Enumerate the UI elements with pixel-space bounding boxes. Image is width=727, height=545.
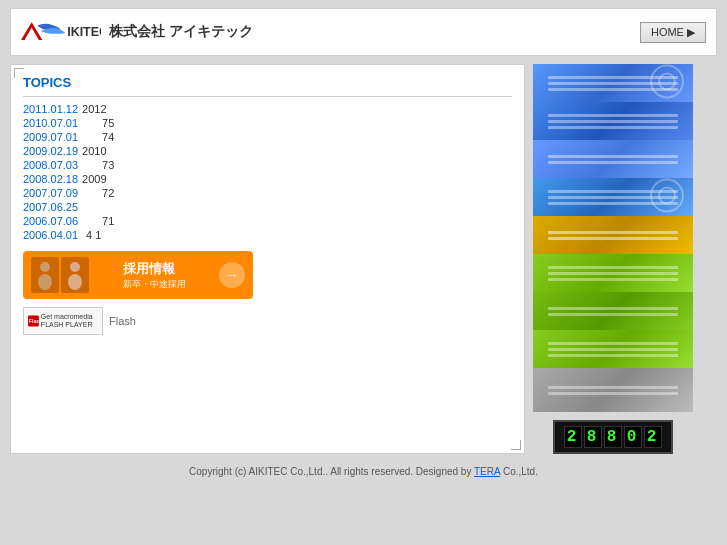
list-item: 2007.06.25 (23, 201, 512, 213)
recruit-arrow-icon: → (219, 262, 245, 288)
nav-line (548, 272, 678, 275)
topics-title: TOPICS (23, 75, 512, 97)
flash-badge-text: Get macromedia FLASH PLAYER (41, 313, 98, 330)
topic-num: 75 (102, 117, 114, 129)
list-item: 2008.02.18 2009 (23, 173, 512, 185)
topic-link[interactable]: 2008.02.18 (23, 173, 78, 185)
flash-badge[interactable]: Flash Get macromedia FLASH PLAYER (23, 307, 103, 335)
flash-logo-icon: Flash (28, 311, 39, 331)
counter-digit-2: 8 (584, 426, 602, 448)
nav-line (548, 231, 678, 234)
counter-digit-5: 2 (644, 426, 662, 448)
topic-link[interactable]: 2009.02.19 (23, 145, 78, 157)
nav-lines-green1 (548, 259, 678, 287)
recruit-photos (31, 257, 89, 293)
topic-link[interactable]: 2006.07.06 (23, 215, 78, 227)
svg-text:Flash: Flash (29, 319, 39, 324)
company-name-text: 株式会社 アイキテック (109, 23, 253, 41)
nav-line (548, 237, 678, 240)
svg-text:IKITEC: IKITEC (67, 25, 101, 39)
topic-num: 4 1 (86, 229, 101, 241)
nav-line (548, 278, 678, 281)
topic-link[interactable]: 2008.07.03 (23, 159, 78, 171)
nav-line (548, 348, 678, 351)
topic-link[interactable]: 2009.07.01 (23, 131, 78, 143)
nav-block-green-2[interactable] (533, 292, 693, 330)
footer-suffix: Co.,Ltd. (500, 466, 538, 477)
nav-line (548, 313, 678, 316)
topic-num: 71 (102, 215, 114, 227)
list-item: 2008.07.03 73 (23, 159, 512, 171)
recruit-banner[interactable]: 採用情報 新卒・中途採用 → (23, 251, 253, 299)
topics-list: 2011.01.12 2012 2010.07.01 75 2009.07.01… (23, 103, 512, 241)
svg-point-6 (68, 274, 82, 290)
topic-link[interactable]: 2006.04.01 (23, 229, 78, 241)
nav-line (548, 126, 678, 129)
topic-link[interactable]: 2010.07.01 (23, 117, 78, 129)
corner-decoration-tl (14, 68, 24, 78)
left-panel: TOPICS 2011.01.12 2012 2010.07.01 75 200… (10, 64, 525, 454)
topic-link[interactable]: 2007.06.25 (23, 201, 78, 213)
nav-block-yellow[interactable] (533, 216, 693, 254)
list-item: 2009.02.19 2010 (23, 145, 512, 157)
counter-digit-3: 8 (604, 426, 622, 448)
nav-lines-yellow (548, 221, 678, 249)
logo-area: IKITEC 株式会社 アイキテック (21, 17, 253, 47)
tera-link[interactable]: TERA (474, 466, 500, 477)
nav-line (548, 392, 678, 395)
nav-block-gray[interactable] (533, 368, 693, 412)
page-counter: 2 8 8 0 2 (553, 420, 673, 454)
footer: Copyright (c) AIKITEC Co.,Ltd.. All righ… (0, 466, 727, 477)
svg-point-3 (40, 262, 50, 272)
nav-block-4[interactable] (533, 178, 693, 216)
main-area: TOPICS 2011.01.12 2012 2010.07.01 75 200… (10, 64, 717, 454)
topic-link[interactable]: 2011.01.12 (23, 103, 78, 115)
counter-digit-4: 0 (624, 426, 642, 448)
company-logo: IKITEC (21, 17, 101, 47)
nav-lines-green2 (548, 297, 678, 325)
nav-line (548, 161, 678, 164)
corner-decoration-br (511, 440, 521, 450)
topic-link[interactable]: 2007.07.09 (23, 187, 78, 199)
recruit-title: 採用情報 (123, 260, 186, 278)
flash-label: Flash (109, 315, 136, 327)
nav-line (548, 155, 678, 158)
nav-block-1[interactable] (533, 64, 693, 102)
topic-num: 74 (102, 131, 114, 143)
recruit-subtitle: 新卒・中途採用 (123, 278, 186, 291)
nav-lines-3 (548, 145, 678, 173)
person-photo-2 (61, 257, 89, 293)
list-item: 2007.07.09 72 (23, 187, 512, 199)
flash-area: Flash Get macromedia FLASH PLAYER Flash (23, 307, 512, 335)
nav-block-2[interactable] (533, 102, 693, 140)
nav-line (548, 266, 678, 269)
nav-line (548, 354, 678, 357)
svg-point-10 (659, 74, 675, 90)
nav-block-green-1[interactable] (533, 254, 693, 292)
nav-lines-green3 (548, 335, 678, 363)
list-item: 2006.07.06 71 (23, 215, 512, 227)
footer-text: Copyright (c) AIKITEC Co.,Ltd.. All righ… (189, 466, 474, 477)
person-photo-1 (31, 257, 59, 293)
topic-num: 2010 (82, 145, 106, 157)
list-item: 2011.01.12 2012 (23, 103, 512, 115)
nav-line (548, 386, 678, 389)
nav-lines-2 (548, 107, 678, 135)
counter-digit-1: 2 (564, 426, 582, 448)
home-button[interactable]: HOME ▶ (640, 22, 706, 43)
nav-line (548, 307, 678, 310)
nav-block-3[interactable] (533, 140, 693, 178)
nav-lines-gray (548, 376, 678, 404)
list-item: 2010.07.01 75 (23, 117, 512, 129)
nav-line (548, 114, 678, 117)
topic-num: 72 (102, 187, 114, 199)
nav-line (548, 120, 678, 123)
nav-circle-decoration (649, 64, 685, 102)
list-item: 2006.04.01 4 1 (23, 229, 512, 241)
svg-point-9 (651, 66, 683, 98)
header: IKITEC 株式会社 アイキテック HOME ▶ (10, 8, 717, 56)
recruit-text: 採用情報 新卒・中途採用 (123, 260, 186, 291)
svg-point-5 (70, 262, 80, 272)
svg-point-4 (38, 274, 52, 290)
nav-block-green-3[interactable] (533, 330, 693, 368)
